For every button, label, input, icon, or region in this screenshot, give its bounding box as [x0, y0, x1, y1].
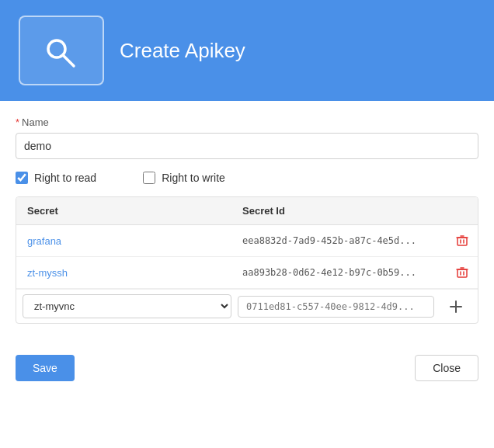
right-to-write-checkbox[interactable] — [143, 172, 155, 184]
trash-icon — [456, 234, 468, 247]
secret-id-cell: aa893b28-0d62-4e12-b97c-0b59... — [231, 259, 447, 286]
col-action-header — [447, 197, 478, 224]
secret-id-cell: eea8832d-7ad9-452b-a87c-4e5d... — [231, 227, 447, 254]
delete-action-cell — [447, 225, 478, 256]
form-body: * Name Right to read Right to write Secr… — [0, 101, 494, 336]
plus-icon — [448, 299, 464, 314]
page-title: Create Apikey — [120, 39, 245, 63]
save-button[interactable]: Save — [16, 355, 75, 381]
table-header: Secret Secret Id — [16, 197, 478, 225]
secret-select[interactable]: zt-myvnc grafana zt-myssh — [23, 294, 231, 318]
name-label-text: Name — [22, 116, 49, 128]
delete-row-button[interactable] — [453, 265, 471, 280]
svg-rect-7 — [457, 269, 467, 277]
delete-action-cell — [447, 257, 478, 288]
secret-name-cell: grafana — [16, 227, 231, 255]
table-row: grafana eea8832d-7ad9-452b-a87c-4e5d... — [16, 225, 478, 257]
svg-rect-2 — [457, 238, 467, 245]
required-star: * — [16, 116, 19, 128]
secret-name-cell: zt-myssh — [16, 259, 231, 287]
svg-line-1 — [63, 55, 74, 66]
footer: Save Close — [0, 342, 494, 394]
header-icon-box — [19, 16, 104, 85]
header: Create Apikey — [0, 0, 494, 101]
col-secret-header: Secret — [16, 197, 231, 224]
right-to-write-checkbox-item[interactable]: Right to write — [143, 172, 225, 184]
secrets-table: Secret Secret Id grafana eea8832d-7ad9-4… — [16, 196, 478, 324]
add-secret-button[interactable] — [440, 299, 471, 314]
right-to-write-label: Right to write — [162, 172, 225, 184]
name-input[interactable] — [16, 133, 478, 159]
col-secret-id-header: Secret Id — [231, 197, 447, 224]
right-to-read-checkbox-item[interactable]: Right to read — [16, 172, 96, 184]
right-to-read-checkbox[interactable] — [16, 172, 28, 184]
right-to-read-label: Right to read — [34, 172, 96, 184]
name-label: * Name — [16, 116, 478, 128]
trash-icon — [456, 266, 468, 279]
search-key-icon — [41, 30, 82, 71]
table-row: zt-myssh aa893b28-0d62-4e12-b97c-0b59... — [16, 257, 478, 289]
delete-row-button[interactable] — [453, 233, 471, 248]
secret-id-input[interactable] — [238, 296, 434, 318]
permissions-row: Right to read Right to write — [16, 172, 478, 184]
close-button[interactable]: Close — [415, 355, 478, 381]
add-secret-row: zt-myvnc grafana zt-myssh — [16, 289, 478, 323]
